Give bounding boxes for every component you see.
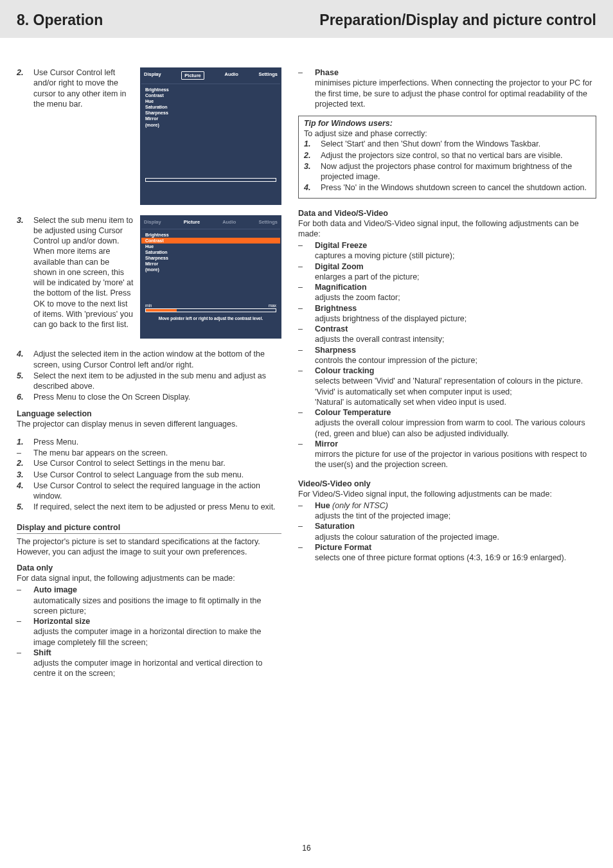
lang-step1-dash: The menu bar appears on the screen. (33, 448, 168, 457)
contrast-d: adjusts the overall contrast intensity; (315, 334, 596, 344)
right-column: Phase minimises picture imperfections. W… (298, 67, 596, 679)
auto-image-t: Auto image (33, 585, 77, 594)
phase-t: Phase (315, 68, 339, 77)
bright-t: Brightness (315, 304, 357, 313)
bright-d: adjusts brightness of the displayed pict… (315, 314, 596, 324)
osd2-item: Sharpness (141, 255, 280, 261)
osd1-item: Brightness (141, 87, 280, 93)
osd1-item: (more) (141, 122, 280, 128)
auto-image-d: automatically sizes and positions the im… (33, 596, 281, 617)
osd1-tab-picture: Picture (181, 71, 204, 80)
osd1-item: Contrast (141, 93, 280, 98)
dpc-para: The projector's picture is set to standa… (17, 536, 281, 558)
sat-d: adjusts the colour saturation of the pro… (315, 532, 596, 542)
header-left: 8. Operation (17, 12, 103, 29)
hue-note: (only for NTSC) (332, 501, 388, 510)
hsize-d: adjusts the computer image in a horizont… (33, 626, 281, 648)
osd2-item: Hue (141, 244, 280, 249)
osd2-tab-display: Display (144, 219, 161, 225)
page-number: 16 (302, 844, 310, 853)
osd1-item: Hue (141, 98, 280, 104)
lang-step3: Use Cursor Control to select Language fr… (33, 470, 244, 479)
tip-s3: Now adjust the projectors phase control … (321, 162, 572, 181)
language-selection-para: The projector can display menus in seven… (17, 419, 281, 429)
dfreeze-d: captures a moving picture (still picture… (315, 251, 596, 261)
language-selection-heading: Language selection (17, 409, 281, 418)
tip-title: Tip for Windows users: (304, 119, 591, 128)
osd2-item: Brightness (141, 232, 280, 238)
mag-t: Magnification (315, 283, 367, 292)
ctemp-t: Colour Temperature (315, 408, 391, 417)
tip-intro: To adjust size and phase correctly: (304, 128, 591, 139)
osd-screenshot-1: Display Picture Audio Settings Brightnes… (140, 67, 281, 205)
data-only-para: For data signal input, the following adj… (17, 573, 281, 583)
hsize-t: Horizontal size (33, 617, 90, 626)
dfreeze-t: Digital Freeze (315, 241, 367, 250)
contrast-t: Contrast (315, 324, 348, 333)
osd2-tab-audio: Audio (222, 219, 236, 225)
page-header: 8. Operation Preparation/Display and pic… (0, 0, 613, 38)
mag-d: adjusts the zoom factor; (315, 292, 596, 303)
osd1-tab-display: Display (144, 71, 161, 80)
step5-text: Select the next item to be adjusted in t… (33, 371, 266, 391)
osd2-item: (more) (141, 267, 280, 272)
osd2-tab-settings: Settings (258, 219, 278, 225)
hue-t: Hue (315, 501, 330, 510)
ctrack-d2: 'Vivid' is automatically set when comput… (315, 387, 596, 397)
step6-text: Press Menu to close the On Screen Displa… (33, 393, 190, 402)
dpc-heading: Display and picture control (17, 523, 281, 532)
pf-t: Picture Format (315, 543, 371, 552)
osd2-item: Saturation (141, 249, 280, 255)
hue-d: adjusts the tint of the projected image; (315, 511, 596, 521)
vsv-heading: Video/S-Video only (298, 479, 596, 488)
tip-s1: Select 'Start' and then 'Shut down' from… (321, 139, 540, 148)
step4-text: Adjust the selected item in the action w… (33, 350, 265, 369)
osd2-hint: Move pointer left or right to adjust the… (141, 316, 280, 321)
dzoom-d: enlarges a part of the picture; (315, 272, 596, 282)
pf-d: selects one of three picture format opti… (315, 553, 596, 563)
ctrack-t: Colour tracking (315, 366, 374, 375)
dvsv-heading: Data and Video/S-Video (298, 209, 596, 218)
tip-box: Tip for Windows users: To adjust size an… (298, 116, 596, 199)
tip-s4: Press 'No' in the Windows shutdown scree… (321, 183, 587, 192)
ctemp-d: adjusts the overall colour impression fr… (315, 418, 596, 439)
osd2-max: max (269, 303, 276, 308)
osd2-tab-picture: Picture (184, 219, 200, 225)
lang-step2: Use Cursor Control to select Settings in… (33, 459, 226, 468)
sat-t: Saturation (315, 522, 355, 531)
osd1-item: Saturation (141, 104, 280, 110)
osd2-item: Mirror (141, 261, 280, 267)
osd-screenshot-2: Display Picture Audio Settings Brightnes… (140, 215, 281, 339)
dvsv-para: For both data and Video/S-Video signal i… (298, 218, 596, 240)
lang-step1: Press Menu. (33, 438, 78, 447)
step2-text: Use Cursor Control left and/or right to … (33, 68, 127, 109)
osd1-tab-audio: Audio (224, 71, 238, 80)
osd2-item-highlight: Contrast (141, 238, 280, 244)
left-column: 2.Use Cursor Control left and/or right t… (17, 67, 281, 679)
ctrack-d3: 'Natural' is automatically set when vide… (315, 397, 596, 407)
mirror-t: Mirror (315, 439, 338, 448)
phase-d: minimises picture imperfections. When co… (315, 78, 596, 109)
lang-step4: Use Cursor Control to select the require… (33, 481, 260, 500)
header-right: Preparation/Display and picture control (319, 12, 596, 29)
tip-s2: Adjust the projectors size control, so t… (321, 151, 563, 160)
ctrack-d1: selects between 'Vivid' and 'Natural' re… (315, 376, 596, 386)
sharp-t: Sharpness (315, 346, 356, 355)
osd1-item: Mirror (141, 116, 280, 121)
shift-t: Shift (33, 648, 51, 657)
sharp-d: controls the contour impression of the p… (315, 355, 596, 366)
dzoom-t: Digital Zoom (315, 262, 364, 271)
vsv-para: For Video/S-Video signal input, the foll… (298, 489, 596, 499)
step3-text: Select the sub menu item to be adjusted … (33, 216, 134, 330)
osd2-min: min (145, 303, 152, 308)
shift-d: adjusts the computer image in horizontal… (33, 658, 281, 679)
data-only-heading: Data only (17, 563, 281, 572)
lang-step5: If required, select the next item to be … (33, 502, 276, 511)
osd2-slider (145, 308, 276, 312)
osd1-item: Sharpness (141, 110, 280, 116)
osd1-tab-settings: Settings (258, 71, 278, 80)
mirror-d: mirrors the picture for use of the proje… (315, 449, 596, 470)
